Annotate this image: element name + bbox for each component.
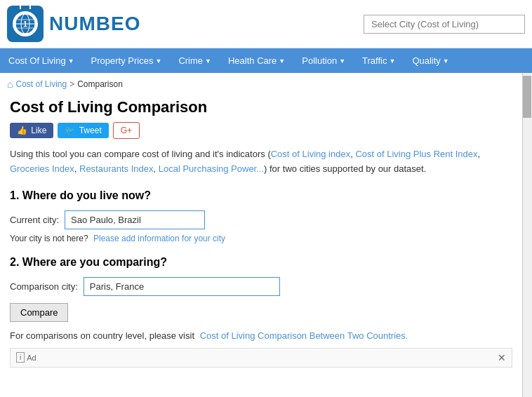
gplus-button[interactable]: G+ bbox=[113, 122, 140, 139]
ad-label: i Ad bbox=[16, 352, 36, 363]
scrollbar-thumb[interactable] bbox=[523, 76, 531, 118]
page-title: Cost of Living Comparison bbox=[10, 98, 512, 116]
ad-container: i Ad ✕ bbox=[10, 348, 512, 368]
nav-item-quality[interactable]: Quality ▼ bbox=[404, 48, 457, 73]
desc-link-restaurants[interactable]: Restaurants Index bbox=[79, 163, 154, 174]
nav-arrow-5: ▼ bbox=[389, 58, 395, 65]
comparison-city-label: Comparison city: bbox=[10, 281, 78, 292]
like-label: Like bbox=[31, 126, 46, 135]
compare-button[interactable]: Compare bbox=[10, 303, 68, 322]
current-city-input[interactable] bbox=[65, 210, 205, 229]
add-city-link[interactable]: Please add information for your city bbox=[93, 234, 225, 243]
breadcrumb-separator: > bbox=[69, 79, 74, 89]
nav-arrow-2: ▼ bbox=[205, 58, 211, 65]
breadcrumb: ⌂ Cost of Living > Comparison bbox=[0, 73, 522, 95]
logo-area: 1 NUMBEO bbox=[7, 6, 364, 42]
desc-link-colpr[interactable]: Cost of Living Plus Rent Index bbox=[355, 149, 477, 159]
nav-bar: Cost Of Living ▼ Property Prices ▼ Crime… bbox=[0, 48, 532, 73]
section2-title: 2. Where are you comparing? bbox=[10, 256, 512, 269]
logo-text: NUMBEO bbox=[49, 13, 140, 35]
description-text: Using this tool you can compare cost of … bbox=[10, 147, 501, 177]
nav-item-property-prices[interactable]: Property Prices ▼ bbox=[83, 48, 171, 73]
desc-link-purchasing[interactable]: Local Purchasing Power... bbox=[159, 163, 264, 174]
nav-item-cost-of-living[interactable]: Cost Of Living ▼ bbox=[0, 48, 83, 73]
city-hint-row: Your city is not here? Please add inform… bbox=[10, 234, 512, 243]
tweet-icon: 🐦 bbox=[65, 126, 75, 135]
home-icon: ⌂ bbox=[7, 79, 13, 90]
nav-arrow-3: ▼ bbox=[279, 58, 285, 65]
scrollbar[interactable] bbox=[522, 73, 532, 397]
comparison-city-row: Comparison city: bbox=[10, 277, 512, 296]
like-icon: 👍 bbox=[17, 126, 27, 135]
current-city-label: Current city: bbox=[10, 215, 59, 225]
current-city-row: Current city: bbox=[10, 210, 512, 229]
footer-note: For comparisons on country level, please… bbox=[10, 330, 512, 341]
ad-icon: i bbox=[16, 352, 25, 363]
ad-text: Ad bbox=[27, 354, 36, 362]
comparison-city-input[interactable] bbox=[84, 277, 280, 296]
tweet-button[interactable]: 🐦 Tweet bbox=[58, 123, 108, 138]
country-comparison-link[interactable]: Cost of Living Comparison Between Two Co… bbox=[200, 330, 408, 341]
nav-item-crime[interactable]: Crime ▼ bbox=[170, 48, 220, 73]
desc-link-col[interactable]: Cost of Living index bbox=[271, 149, 350, 159]
nav-arrow-4: ▼ bbox=[339, 58, 345, 65]
hint-text: Your city is not here? bbox=[10, 234, 88, 243]
logo-icon: 1 bbox=[7, 6, 44, 42]
section1-title: 1. Where do you live now? bbox=[10, 189, 512, 202]
nav-arrow-1: ▼ bbox=[155, 58, 161, 65]
svg-text:1: 1 bbox=[23, 20, 27, 28]
nav-arrow-0: ▼ bbox=[68, 58, 74, 65]
globe-svg: 1 bbox=[14, 13, 36, 35]
breadcrumb-current: Comparison bbox=[77, 79, 123, 89]
logo-bag-handle bbox=[20, 3, 31, 9]
nav-arrow-6: ▼ bbox=[443, 58, 449, 65]
logo-globe: 1 bbox=[13, 11, 38, 36]
nav-item-traffic[interactable]: Traffic ▼ bbox=[354, 48, 404, 73]
nav-item-pollution[interactable]: Pollution ▼ bbox=[293, 48, 354, 73]
footer-note-text: For comparisons on country level, please… bbox=[10, 330, 194, 341]
breadcrumb-link[interactable]: Cost of Living bbox=[15, 79, 67, 89]
ad-close-button[interactable]: ✕ bbox=[498, 352, 506, 363]
like-button[interactable]: 👍 Like bbox=[10, 123, 53, 138]
desc-link-groceries[interactable]: Groceries Index bbox=[10, 163, 74, 174]
social-row: 👍 Like 🐦 Tweet G+ bbox=[10, 122, 512, 139]
nav-item-health-care[interactable]: Health Care ▼ bbox=[220, 48, 293, 73]
city-search-input[interactable] bbox=[364, 15, 525, 34]
header: 1 NUMBEO bbox=[0, 0, 532, 48]
tweet-label: Tweet bbox=[79, 126, 102, 135]
